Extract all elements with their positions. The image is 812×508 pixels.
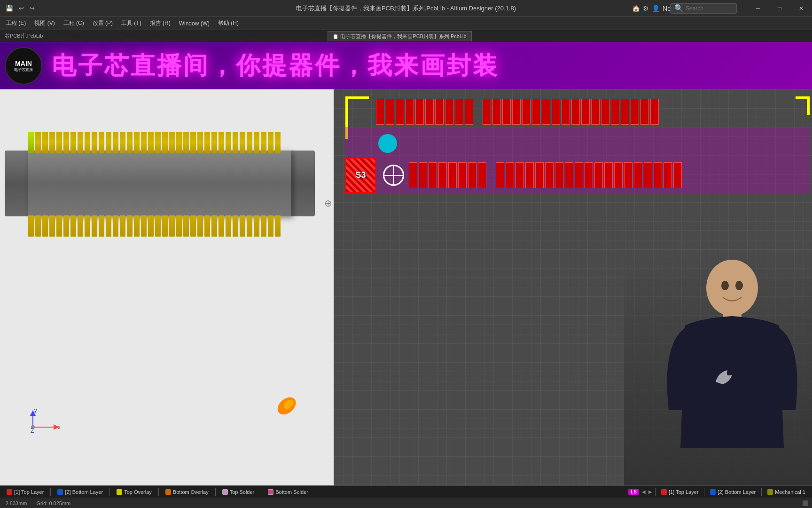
pin-top-3 [42,132,48,153]
pin-top-6 [63,132,69,153]
pad [506,162,514,188]
pin-bot-8 [78,215,83,237]
pad [458,162,467,188]
pad [585,162,593,188]
pin-top-26 [204,132,210,153]
menu-window[interactable]: Window (W) [175,18,213,29]
pin-bot-11 [99,215,104,237]
top-solder-dot [222,489,228,495]
mechanical-btn[interactable]: Mechanical 1 [765,488,808,496]
bottom-layer-label: [2] Bottom Layer [65,489,103,495]
chip-right-body [289,151,315,216]
pad [644,162,652,188]
pin-top-4 [49,132,55,153]
ls-badge: LS [628,489,639,495]
pad [406,99,414,125]
pin-bot-14 [120,215,125,237]
pad [525,162,534,188]
top-solder-label: Top Solder [230,489,255,495]
top-solder-btn[interactable]: Top Solder [219,488,258,496]
pin-bot-32 [247,215,252,237]
pin-bot-5 [56,215,62,237]
pin-bot-25 [197,215,203,237]
pin-bot-21 [169,215,175,237]
left-panel-3d: Z x y ⊕ [0,89,334,485]
menu-project[interactable]: 工程 (C) [60,17,88,29]
pin-bot-9 [85,215,90,237]
close-button[interactable]: ✕ [790,0,812,16]
content-area: Z x y ⊕ [0,89,812,485]
svg-text:x: x [58,424,61,430]
status-bar: [1] Top Layer [2] Bottom Layer Top Overl… [0,485,812,498]
pad-gap [488,162,494,188]
logo-main-text: MAIN [14,60,33,68]
pad [386,99,394,125]
top-overlay-btn[interactable]: Top Overlay [114,488,155,496]
right-panel-2d: S3 [334,89,812,485]
redo-icon[interactable]: ↪ [28,4,37,13]
pin-bot-33 [254,215,259,237]
active-tab[interactable]: 📋 电子芯直播【你提器件，我来画PCB封装】系列 PcbLib [328,31,471,41]
search-bar[interactable]: 🔍 [670,3,737,14]
bottom-layer-right-btn[interactable]: [2] Bottom Layer [707,488,758,496]
menu-place[interactable]: 放置 (P) [89,17,117,29]
pad [634,162,642,188]
prev-arrow[interactable]: ◀ [642,489,646,494]
top-overlay-dot [117,489,122,495]
pin-top-8 [78,132,83,153]
pad [650,99,659,125]
pin-bot-2 [35,215,41,237]
bottom-overlay-label: Bottom Overlay [173,489,209,495]
pad [478,162,486,188]
pad [591,99,600,125]
pad [483,99,491,125]
bottom-layer-btn[interactable]: [2] Bottom Layer [55,488,106,496]
undo-icon[interactable]: ↩ [17,4,26,13]
menu-reports[interactable]: 报告 (R) [146,17,174,29]
next-arrow[interactable]: ▶ [648,489,652,494]
pad [594,162,603,188]
settings-icon[interactable]: ⚙ [643,5,649,12]
tab-bar: 芯PCB库.PcbLib 📋 电子芯直播【你提器件，我来画PCB封装】系列 Pc… [0,30,812,42]
pin-top-22 [176,132,182,153]
search-input[interactable] [686,5,733,12]
presenter-area [624,250,812,485]
home-icon[interactable]: 🏠 [632,5,640,12]
save-icon[interactable]: 💾 [4,4,15,13]
panel-toggle[interactable] [803,500,808,506]
mechanical-dot [767,489,773,495]
separator [215,488,216,496]
top-layer-btn[interactable]: [1] Top Layer [4,488,47,496]
menu-file[interactable]: 工程 (E) [2,17,30,29]
menu-tools[interactable]: 工具 (T) [117,17,145,29]
minimize-button[interactable]: ─ [747,0,769,16]
top-layer-right-btn[interactable]: [1] Top Layer [658,488,701,496]
menu-help[interactable]: 帮助 (H) [214,17,242,29]
maximize-button[interactable]: □ [769,0,790,16]
separator [109,488,110,496]
user-icon[interactable]: 👤 [652,5,660,12]
bottom-solder-btn[interactable]: Bottom Solder [265,488,311,496]
separator [261,488,261,496]
pad [542,99,550,125]
bottom-overlay-btn[interactable]: Bottom Overlay [163,488,211,496]
logo-sub-text: 电子芯直播 [14,68,33,72]
app-title: 电子芯直播【你提器件，我来画PCB封装】系列.PcbLib - Altium D… [296,4,516,13]
top-overlay-label: Top Overlay [124,489,152,495]
mechanical-label: Mechanical 1 [775,489,805,495]
pad [419,162,427,188]
pad [425,99,434,125]
main-content: MAIN 电子芯直播 电子芯直播间，你提器件，我来画封装 [0,42,812,485]
pin-top-12 [106,132,111,153]
pad [545,162,554,188]
menu-view[interactable]: 视图 (V) [31,17,58,29]
pin-top-27 [211,132,217,153]
separator [50,488,51,496]
svg-point-8 [706,260,758,316]
pin-top-10 [92,132,97,153]
pin-top-18 [148,132,154,153]
pin-bot-30 [233,215,238,237]
top-layer-dot [7,489,12,495]
quick-tools: 💾 ↩ ↪ [0,4,37,13]
flame-svg [269,388,303,420]
